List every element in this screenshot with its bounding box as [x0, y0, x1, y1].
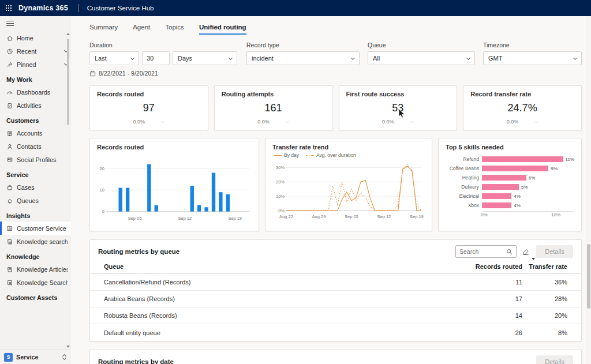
- queue-filter: Queue All: [368, 42, 475, 65]
- kpi-title: First route success: [346, 91, 450, 97]
- sidebar-scrollbar[interactable]: [65, 32, 71, 349]
- table-header: Queue Records routed Transfer rate: [90, 262, 581, 274]
- duration-number-input[interactable]: [142, 51, 170, 65]
- sidebar-section-my-work: My Work: [0, 71, 71, 85]
- table-row-default-entity-queue[interactable]: Default entity queue268%: [90, 324, 581, 341]
- tab-agent[interactable]: Agent: [133, 24, 150, 35]
- duration-unit-dropdown[interactable]: Days: [173, 51, 237, 65]
- sidebar-item-label: Accounts: [17, 130, 68, 137]
- area-label: Service: [16, 354, 59, 361]
- sitemap-sidebar: HomeRecentPinnedMy WorkDashboardsActivit…: [0, 16, 71, 364]
- record-type-label: Record type: [246, 42, 360, 48]
- pin-icon: [6, 61, 13, 68]
- table-row-cancellation-refund-records[interactable]: Cancellation/Refund (Records)1136%: [90, 274, 581, 291]
- tab-summary[interactable]: Summary: [89, 24, 118, 35]
- search-box[interactable]: [455, 245, 517, 258]
- tab-topics[interactable]: Topics: [165, 24, 184, 35]
- sidebar-item-customer-service[interactable]: Customer Service ...: [0, 222, 71, 235]
- chevron-down-icon: [573, 55, 577, 59]
- details-button[interactable]: Details: [536, 245, 573, 258]
- sidebar-item-contacts[interactable]: Contacts: [0, 140, 71, 153]
- duration-range-dropdown[interactable]: Last: [89, 51, 139, 65]
- skill-bar: [482, 202, 511, 208]
- column-transfer-rate[interactable]: Transfer rate: [522, 263, 567, 270]
- cell-queue: Default entity queue: [104, 329, 447, 336]
- sidebar-item-label: Social Profiles: [17, 156, 68, 163]
- sidebar-item-label: Knowledge Search: [17, 279, 68, 286]
- home-icon: [6, 35, 13, 42]
- sidebar-item-activities[interactable]: Activities: [0, 99, 71, 112]
- duration-label: Duration: [89, 42, 238, 48]
- kpi-trend: --: [534, 119, 538, 125]
- filter-bar: Duration Last Days Record type: [89, 42, 582, 65]
- queue-dropdown[interactable]: All: [368, 51, 475, 65]
- sidebar-section-insights: Insights: [0, 207, 71, 222]
- sidebar-section-customers: Customers: [0, 112, 71, 126]
- scrollbar-thumb[interactable]: [587, 244, 590, 309]
- sidebar-item-knowledge-search[interactable]: Knowledge search...: [0, 235, 71, 248]
- timezone-filter: Timezone GMT: [483, 42, 582, 65]
- kpi-trend: --: [286, 119, 289, 125]
- dashboard-icon: [6, 89, 13, 96]
- details-button[interactable]: Details: [536, 355, 573, 364]
- skill-label: Refund: [446, 156, 479, 162]
- search-input[interactable]: [459, 248, 504, 255]
- cell-queue: Cancellation/Refund (Records): [104, 279, 447, 286]
- chevron-down-icon: [229, 55, 233, 59]
- svg-text:20%: 20%: [276, 179, 285, 185]
- svg-text:30%: 30%: [276, 165, 285, 170]
- skill-value: 6%: [529, 175, 536, 181]
- sidebar-section-service: Service: [0, 166, 71, 181]
- skill-value: 9%: [551, 166, 558, 171]
- chevron-down-icon: [130, 55, 134, 59]
- sidebar-item-queues[interactable]: Queues: [0, 194, 71, 207]
- table-row-arabica-beans-records[interactable]: Arabica Beans (Records)1728%: [90, 291, 581, 307]
- sidebar-item-knowledge-search[interactable]: Knowledge Search: [0, 276, 71, 289]
- vertical-scrollbar[interactable]: [586, 16, 591, 364]
- chevron-down-icon: [351, 55, 355, 59]
- table-row-robusta-beans-records[interactable]: Robusta Beans (Records)1420%: [90, 307, 581, 324]
- hamburger-menu-icon[interactable]: [0, 16, 71, 31]
- charts-row: Records routed 01020Sep 05Sep 12Sep 19 T…: [89, 138, 582, 231]
- svg-text:Sep 19: Sep 19: [228, 216, 242, 221]
- skill-row-electrical: Electrical4%: [446, 192, 574, 201]
- chevron-updown-icon: [63, 355, 66, 359]
- waffle-icon[interactable]: [0, 0, 17, 16]
- eraser-icon[interactable]: [522, 247, 530, 256]
- area-switcher[interactable]: S Service: [0, 350, 71, 364]
- record-type-dropdown[interactable]: incident: [246, 51, 360, 65]
- timezone-dropdown[interactable]: GMT: [483, 51, 582, 65]
- sidebar-item-home[interactable]: Home: [0, 31, 71, 44]
- tab-unified-routing[interactable]: Unified routing: [199, 24, 246, 35]
- sidebar-item-recent[interactable]: Recent: [0, 44, 71, 58]
- sidebar-item-pinned[interactable]: Pinned: [0, 58, 71, 71]
- top-skills-chart-card: Top 5 skills needed Refund11%Coffee Bean…: [438, 138, 582, 231]
- sidebar-item-dashboards[interactable]: Dashboards: [0, 85, 71, 99]
- skill-value: 4%: [514, 203, 521, 208]
- sidebar-item-cases[interactable]: Cases: [0, 181, 71, 194]
- duration-filter: Duration Last Days: [89, 42, 238, 65]
- column-queue[interactable]: Queue: [104, 263, 447, 270]
- app-title: Customer Service Hub: [87, 5, 154, 12]
- main-content: SummaryAgentTopicsUnified routing Durati…: [71, 16, 591, 364]
- sidebar-section-customer-assets: Customer Assets: [0, 289, 71, 303]
- cell-queue: Robusta Beans (Records): [104, 312, 447, 319]
- sidebar-item-label: Dashboards: [17, 89, 68, 96]
- sidebar-item-accounts[interactable]: Accounts: [0, 126, 71, 140]
- skill-bar: [482, 184, 519, 190]
- sort-desc-icon: [532, 258, 535, 260]
- column-records-routed[interactable]: Records routed: [447, 263, 522, 270]
- skills-axis: 0%10%: [482, 211, 574, 218]
- search-icon[interactable]: [506, 249, 513, 255]
- sidebar-item-label: Knowledge search...: [17, 238, 68, 245]
- kpi-card-record-transfer-rate: Record transfer rate24.7%0.0%--: [463, 85, 582, 130]
- sidebar-item-knowledge-articles[interactable]: Knowledge Articles: [0, 262, 71, 276]
- scrollbar-thumb[interactable]: [67, 39, 69, 125]
- routing-metrics-by-date-card: Routing metrics by date Details: [89, 350, 582, 364]
- skill-bar: [482, 156, 563, 162]
- clock-icon: [6, 48, 13, 55]
- sidebar-item-social-profiles[interactable]: Social Profiles: [0, 153, 71, 166]
- svg-text:0%: 0%: [278, 208, 285, 213]
- dashboard-tabs: SummaryAgentTopicsUnified routing: [71, 16, 591, 35]
- scroll-down-icon[interactable]: [66, 346, 70, 348]
